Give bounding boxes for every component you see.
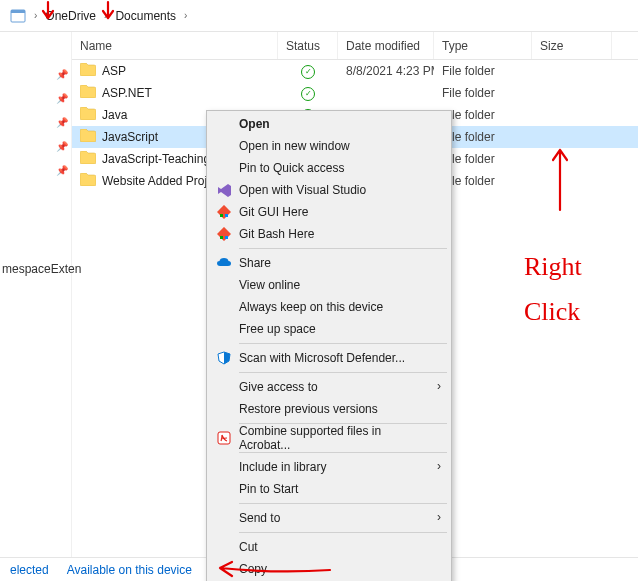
sync-ok-icon <box>301 85 315 101</box>
menu-pin-quick[interactable]: Pin to Quick access <box>209 157 449 179</box>
menu-pin-start[interactable]: Pin to Start <box>209 478 449 500</box>
nav-fragment: mespaceExten <box>0 262 71 276</box>
menu-include-library[interactable]: Include in library <box>209 456 449 478</box>
folder-icon <box>80 173 96 189</box>
svg-rect-1 <box>11 10 25 13</box>
chevron-right-icon[interactable] <box>182 10 189 21</box>
menu-defender[interactable]: Scan with Microsoft Defender... <box>209 347 449 369</box>
menu-git-bash[interactable]: Git Bash Here <box>209 223 449 245</box>
folder-icon <box>80 107 96 123</box>
svg-rect-6 <box>220 236 223 239</box>
col-name[interactable]: Name <box>72 32 278 59</box>
column-headers[interactable]: Name Status Date modified Type Size <box>72 32 638 60</box>
menu-git-gui[interactable]: Git GUI Here <box>209 201 449 223</box>
menu-copy[interactable]: Copy <box>209 558 449 580</box>
col-size[interactable]: Size <box>532 32 612 59</box>
file-name: JavaScript-Teaching <box>102 152 210 166</box>
nav-pane[interactable]: mespaceExten <box>0 32 72 557</box>
pin-icon[interactable] <box>0 158 71 182</box>
pin-icon[interactable] <box>0 62 71 86</box>
menu-cut[interactable]: Cut <box>209 536 449 558</box>
breadcrumb-documents[interactable]: Documents <box>109 4 182 28</box>
breadcrumb[interactable]: OneDrive Documents <box>0 0 638 32</box>
svg-rect-5 <box>217 227 231 241</box>
pdf-icon <box>215 429 233 447</box>
sync-ok-icon <box>301 63 315 79</box>
file-name: JavaScript <box>102 130 158 144</box>
folder-icon <box>80 151 96 167</box>
chevron-right-icon[interactable] <box>102 10 109 21</box>
pin-icon[interactable] <box>0 134 71 158</box>
file-type: File folder <box>434 86 532 100</box>
menu-acrobat[interactable]: Combine supported files in Acrobat... <box>209 427 449 449</box>
menu-always-keep[interactable]: Always keep on this device <box>209 296 449 318</box>
file-name: ASP <box>102 64 126 78</box>
menu-open-new-window[interactable]: Open in new window <box>209 135 449 157</box>
menu-send-to[interactable]: Send to <box>209 507 449 529</box>
visual-studio-icon <box>215 181 233 199</box>
col-status[interactable]: Status <box>278 32 338 59</box>
table-row[interactable]: ASP8/8/2021 4:23 PMFile folder <box>72 60 638 82</box>
pin-icon[interactable] <box>0 110 71 134</box>
menu-view-online[interactable]: View online <box>209 274 449 296</box>
shield-icon <box>215 349 233 367</box>
breadcrumb-onedrive[interactable]: OneDrive <box>39 4 102 28</box>
location-icon[interactable] <box>4 4 32 28</box>
file-name: Java <box>102 108 127 122</box>
status-selected: elected <box>10 563 49 577</box>
svg-rect-4 <box>225 214 228 217</box>
menu-free-up[interactable]: Free up space <box>209 318 449 340</box>
context-menu: Open Open in new window Pin to Quick acc… <box>206 110 452 581</box>
menu-open[interactable]: Open <box>209 113 449 135</box>
file-type: File folder <box>434 64 532 78</box>
file-date: 8/8/2021 4:23 PM <box>338 64 434 78</box>
git-icon <box>215 225 233 243</box>
file-name: ASP.NET <box>102 86 152 100</box>
pin-icon[interactable] <box>0 86 71 110</box>
folder-icon <box>80 85 96 101</box>
col-date[interactable]: Date modified <box>338 32 434 59</box>
menu-share[interactable]: Share <box>209 252 449 274</box>
folder-icon <box>80 129 96 145</box>
folder-icon <box>80 63 96 79</box>
git-icon <box>215 203 233 221</box>
svg-rect-7 <box>225 236 228 239</box>
menu-restore-prev[interactable]: Restore previous versions <box>209 398 449 420</box>
svg-rect-2 <box>217 205 231 219</box>
svg-rect-3 <box>220 214 223 217</box>
menu-give-access[interactable]: Give access to <box>209 376 449 398</box>
chevron-right-icon[interactable] <box>32 10 39 21</box>
status-availability: Available on this device <box>67 563 192 577</box>
cloud-icon <box>215 254 233 272</box>
col-type[interactable]: Type <box>434 32 532 59</box>
menu-open-vs[interactable]: Open with Visual Studio <box>209 179 449 201</box>
table-row[interactable]: ASP.NETFile folder <box>72 82 638 104</box>
